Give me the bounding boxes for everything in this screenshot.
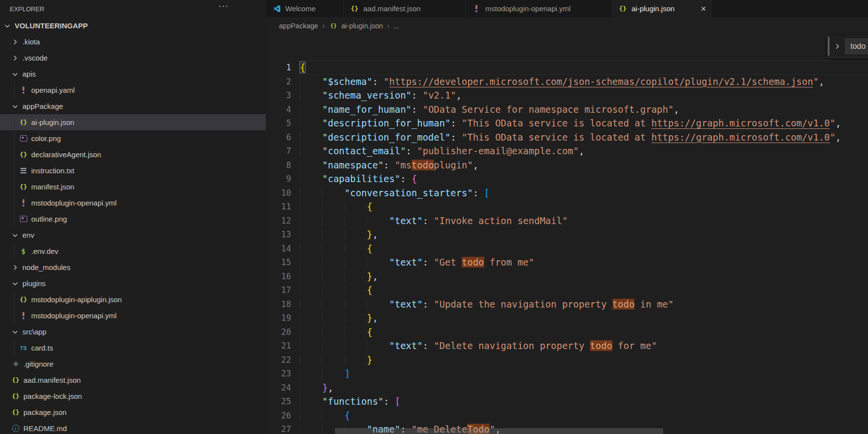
line-number[interactable]: 27 <box>266 422 291 434</box>
tree-item-src-app[interactable]: src\app <box>0 324 266 340</box>
horizontal-scrollbar[interactable] <box>335 428 663 434</box>
code-line[interactable]: 26 { <box>266 409 868 423</box>
line-number[interactable]: 10 <box>266 186 291 200</box>
line-number[interactable]: 14 <box>266 242 291 256</box>
line-number[interactable]: 22 <box>266 353 291 367</box>
file-label: color.png <box>31 134 61 143</box>
tree-item-declarativeagent-json[interactable]: declarativeAgent.json <box>0 146 266 163</box>
breadcrumb-item-apppackage[interactable]: appPackage <box>279 22 318 30</box>
line-number[interactable]: 6 <box>266 130 291 145</box>
code-line[interactable]: 15 "text": "Get todo from me" <box>266 255 868 269</box>
code-line[interactable]: 11 { <box>266 200 868 214</box>
line-number[interactable]: 11 <box>266 200 291 214</box>
tree-item-aad-manifest-json[interactable]: aad.manifest.json <box>0 372 266 388</box>
punctuation: , <box>819 76 824 87</box>
tree-item-gitignore[interactable]: .gitignore <box>0 356 266 372</box>
code-line[interactable]: 23 ] <box>266 367 868 381</box>
line-number[interactable]: 26 <box>266 409 291 423</box>
tab-ai-plugin-json[interactable]: ai-plugin.json× <box>612 0 712 17</box>
find-widget-resize-handle[interactable] <box>828 37 829 56</box>
tree-item-ai-plugin-json[interactable]: ai-plugin.json <box>0 114 266 130</box>
code-line[interactable]: 5 "description_for_human": "This OData s… <box>266 116 868 130</box>
tree-item-card-ts[interactable]: card.ts <box>0 340 266 356</box>
code-line[interactable]: 25 "functions": [ <box>266 394 868 409</box>
code-line[interactable]: 20 { <box>266 325 868 339</box>
tab-bar: Welcomeaad.manifest.jsonmstodoplugin-ope… <box>266 0 868 17</box>
tree-item-mstodoplugin-openapi-yml[interactable]: mstodoplugin-openapi.yml <box>0 195 266 211</box>
tree-item-instruction-txt[interactable]: instruction.txt <box>0 163 266 179</box>
code-line[interactable]: 3 "schema_version": "v2.1", <box>266 88 868 103</box>
breadcrumb-item-ai-plugin-json[interactable]: ai-plugin.json <box>329 21 383 31</box>
line-number[interactable]: 13 <box>266 227 291 242</box>
code-line-content: { <box>300 242 868 256</box>
tree-item-kiota[interactable]: .kiota <box>0 34 266 50</box>
code-line[interactable]: 7 "contact_email": "publisher-email@exam… <box>266 144 868 158</box>
breadcrumb-item-[interactable]: ... <box>394 22 399 30</box>
tree-item-manifest-json[interactable]: manifest.json <box>0 179 266 195</box>
line-number[interactable]: 17 <box>266 283 291 297</box>
chevron-right-icon[interactable] <box>833 42 842 51</box>
tree-root-volunteeringapp[interactable]: VOLUNTEERINGAPP <box>0 18 266 34</box>
tree-item-env-dev[interactable]: .env.dev <box>0 243 266 259</box>
line-number[interactable]: 7 <box>266 144 291 158</box>
tree-item-mstodoplugin-openapi-yml[interactable]: mstodoplugin-openapi.yml <box>0 308 266 324</box>
code-line[interactable]: 21 "text": "Delete navigation property t… <box>266 339 868 353</box>
code-line[interactable]: 19 }, <box>266 311 868 325</box>
code-line[interactable]: 4 "name_for_human": "OData Service for n… <box>266 103 868 117</box>
tab-mstodoplugin-openapi-yml[interactable]: mstodoplugin-openapi.yml <box>466 0 612 17</box>
tree-item-apis[interactable]: apis <box>0 66 266 82</box>
indent <box>300 299 389 310</box>
find-input[interactable] <box>845 39 868 54</box>
code-line[interactable]: 22 } <box>266 353 868 367</box>
line-number[interactable]: 2 <box>266 75 291 89</box>
ellipsis-icon[interactable]: ··· <box>218 1 229 11</box>
line-number[interactable]: 1 <box>266 61 291 75</box>
line-number[interactable]: 20 <box>266 325 291 339</box>
tree-item-mstodoplugin-apiplugin-json[interactable]: mstodoplugin-apiplugin.json <box>0 291 266 308</box>
code-line[interactable]: 18 "text": "Update the navigation proper… <box>266 297 868 311</box>
tab-welcome[interactable]: Welcome <box>266 0 344 17</box>
code-line[interactable]: 6 "description_for_model": "This OData s… <box>266 130 868 145</box>
code-line[interactable]: 16 }, <box>266 269 868 284</box>
line-number[interactable]: 15 <box>266 255 291 269</box>
tree-item-readme-md[interactable]: README.md <box>0 420 266 434</box>
tree-item-outline-png[interactable]: outline.png <box>0 211 266 227</box>
code-line[interactable]: 8 "namespace": "mstodoplugin", <box>266 158 868 172</box>
code-line[interactable]: 14 { <box>266 242 868 256</box>
tree-item-color-png[interactable]: color.png <box>0 130 266 146</box>
line-number[interactable]: 24 <box>266 381 291 395</box>
file-label: aad.manifest.json <box>23 376 81 384</box>
line-number[interactable]: 12 <box>266 214 291 228</box>
line-number[interactable]: 16 <box>266 269 291 284</box>
code-line[interactable]: 12 "text": "Invoke action sendMail" <box>266 214 868 228</box>
close-icon[interactable]: × <box>701 4 706 13</box>
code-line[interactable]: 17 { <box>266 283 868 297</box>
code-line[interactable]: 13 }, <box>266 227 868 242</box>
tree-item-vscode[interactable]: .vscode <box>0 50 266 66</box>
line-number[interactable]: 4 <box>266 103 291 117</box>
tree-item-env[interactable]: env <box>0 227 266 243</box>
json-key: "$schema" <box>322 76 373 87</box>
line-number[interactable]: 3 <box>266 88 291 103</box>
code-line[interactable]: 10 "conversation_starters": [ <box>266 186 868 200</box>
line-number[interactable]: 8 <box>266 158 291 172</box>
code-line[interactable]: 2 "$schema": "https://developer.microsof… <box>266 75 868 89</box>
tree-item-openapi-yaml[interactable]: openapi.yaml <box>0 82 266 98</box>
line-number[interactable]: 18 <box>266 297 291 311</box>
editor[interactable]: 1{2 "$schema": "https://developer.micros… <box>266 34 868 434</box>
code-line[interactable]: 9 "capabilities": { <box>266 172 868 186</box>
line-number[interactable]: 19 <box>266 311 291 325</box>
tab-aad-manifest-json[interactable]: aad.manifest.json <box>344 0 466 17</box>
tree-item-plugins[interactable]: plugins <box>0 275 266 291</box>
line-number[interactable]: 5 <box>266 116 291 130</box>
tree-item-package-lock-json[interactable]: package-lock.json <box>0 388 266 404</box>
line-number[interactable]: 23 <box>266 367 291 381</box>
tree-item-package-json[interactable]: package.json <box>0 404 266 420</box>
tree-item-node-modules[interactable]: node_modules <box>0 259 266 275</box>
code-line[interactable]: 1{ <box>266 61 868 75</box>
line-number[interactable]: 25 <box>266 394 291 409</box>
tree-item-apppackage[interactable]: appPackage <box>0 98 266 114</box>
line-number[interactable]: 9 <box>266 172 291 186</box>
line-number[interactable]: 21 <box>266 339 291 353</box>
code-line[interactable]: 24 }, <box>266 381 868 395</box>
